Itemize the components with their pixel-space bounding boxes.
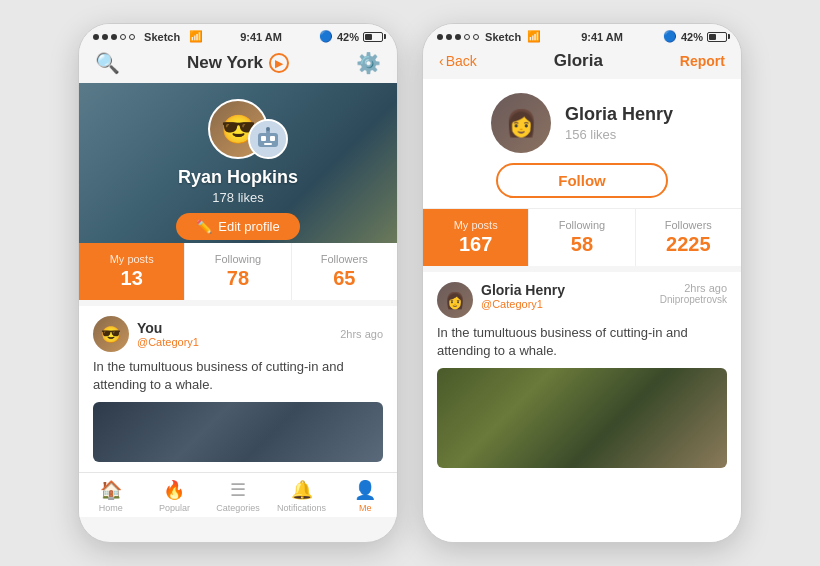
profile-name-2: Gloria Henry [565,104,673,125]
post2-time: 2hrs ago [684,282,727,294]
profile-likes-2: 156 likes [565,127,673,142]
post-text-1: In the tumultuous business of cutting-in… [93,358,383,394]
post2-username: Gloria Henry [481,282,652,298]
bot-avatar [248,119,288,159]
forward-arrow-icon[interactable]: ▶ [269,53,289,73]
nav-categories-label: Categories [216,503,260,513]
signal-dot-3 [111,34,117,40]
battery-icon-1 [363,32,383,42]
sketch-label-1: Sketch [144,31,180,43]
post-card-2: 👩 Gloria Henry @Category1 2hrs ago Dnipr… [423,272,741,542]
search-icon[interactable]: 🔍 [95,51,120,75]
status-right-1: 🔵 42% [319,30,383,43]
bt-icon-2: 🔵 [663,30,677,43]
popular-icon: 🔥 [163,479,185,501]
stat-label-followers-1: Followers [296,253,393,265]
stat-value-myposts-1: 13 [83,267,180,290]
time-1: 9:41 AM [240,31,282,43]
stat-label-following-1: Following [189,253,286,265]
post-category-1: @Category1 [137,336,332,348]
signal-dot-2-5 [473,34,479,40]
user-avatar-2: 👩 [491,93,551,153]
nav-title-2: Gloria [554,51,603,71]
post-meta-1: You @Category1 [137,320,332,348]
report-button[interactable]: Report [680,53,725,69]
battery-icon-2 [707,32,727,42]
svg-rect-4 [264,143,272,145]
profile-section-2: 👩 Gloria Henry 156 likes Follow [423,79,741,208]
post-avatar-1: 😎 [93,316,129,352]
bt-icon-1: 🔵 [319,30,333,43]
stat2-value-myposts: 167 [427,233,524,256]
post2-time-loc: 2hrs ago Dnipropetrovsk [660,282,727,305]
post-header-1: 😎 You @Category1 2hrs ago [93,316,383,352]
stat2-label-following: Following [533,219,630,231]
city-title: New York [187,53,263,73]
post2-category: @Category1 [481,298,652,310]
nav-home-label: Home [99,503,123,513]
categories-icon: ☰ [230,479,246,501]
post2-meta: Gloria Henry @Category1 [481,282,652,310]
nav-me[interactable]: 👤 Me [333,479,397,513]
post2-location: Dnipropetrovsk [660,294,727,305]
phone-2: Sketch 📶 9:41 AM 🔵 42% ‹ Back Gloria Rep… [422,23,742,543]
profile-likes-1: 178 likes [212,190,263,205]
post2-image [437,368,727,468]
post-card-1: 😎 You @Category1 2hrs ago In the tumultu… [79,306,397,472]
stat2-label-followers: Followers [640,219,737,231]
nav-bar-1: 🔍 New York ▶ ⚙️ [79,47,397,83]
time-2: 9:41 AM [581,31,623,43]
battery-percent-1: 42% [337,31,359,43]
nav-bar-2: ‹ Back Gloria Report [423,47,741,79]
stat2-followers[interactable]: Followers 2225 [636,209,741,266]
stats-bar-1: My posts 13 Following 78 Followers 65 [79,243,397,300]
stat-following-1[interactable]: Following 78 [185,243,291,300]
phone-1: Sketch 📶 9:41 AM 🔵 42% 🔍 New York ▶ ⚙️ [78,23,398,543]
follow-button[interactable]: Follow [496,163,668,198]
gear-icon[interactable]: ⚙️ [356,51,381,75]
nav-categories[interactable]: ☰ Categories [206,479,270,513]
nav-home[interactable]: 🏠 Home [79,479,143,513]
stat2-myposts[interactable]: My posts 167 [423,209,529,266]
status-left-2: Sketch 📶 [437,30,541,43]
stat-label-myposts-1: My posts [83,253,180,265]
signal-dot-2-3 [455,34,461,40]
nav-title-area-1: New York ▶ [187,53,289,73]
stat2-label-myposts: My posts [427,219,524,231]
post-image-1 [93,402,383,462]
back-chevron-icon: ‹ [439,53,444,69]
profile2-info: Gloria Henry 156 likes [565,104,673,142]
back-button[interactable]: ‹ Back [439,53,477,69]
nav-notifications[interactable]: 🔔 Notifications [270,479,334,513]
stat-value-following-1: 78 [189,267,286,290]
nav-me-label: Me [359,503,372,513]
signal-dot-5 [129,34,135,40]
status-left-1: Sketch 📶 [93,30,203,43]
notifications-icon: 🔔 [291,479,313,501]
bottom-nav-1: 🏠 Home 🔥 Popular ☰ Categories 🔔 Notifica… [79,472,397,517]
profile2-row: 👩 Gloria Henry 156 likes [491,93,673,153]
svg-rect-2 [261,136,266,141]
signal-dot-4 [120,34,126,40]
stat2-value-followers: 2225 [640,233,737,256]
home-icon: 🏠 [100,479,122,501]
nav-popular[interactable]: 🔥 Popular [143,479,207,513]
edit-profile-button[interactable]: ✏️ Edit profile [176,213,299,240]
nav-popular-label: Popular [159,503,190,513]
post2-text: In the tumultuous business of cutting-in… [437,324,727,360]
profile-name-1: Ryan Hopkins [178,167,298,188]
post2-header: 👩 Gloria Henry @Category1 2hrs ago Dnipr… [437,282,727,318]
status-bar-1: Sketch 📶 9:41 AM 🔵 42% [79,24,397,47]
avatar-container: 😎 [208,99,268,159]
post-username-1: You [137,320,332,336]
svg-point-6 [266,127,270,131]
stat-myposts-1[interactable]: My posts 13 [79,243,185,300]
signal-dot-2-1 [437,34,443,40]
me-icon: 👤 [354,479,376,501]
stat2-following[interactable]: Following 58 [529,209,635,266]
signal-dot-1 [93,34,99,40]
status-bar-2: Sketch 📶 9:41 AM 🔵 42% [423,24,741,47]
wifi-icon-2: 📶 [527,30,541,43]
stat-followers-1[interactable]: Followers 65 [292,243,397,300]
post-time-1: 2hrs ago [340,328,383,340]
